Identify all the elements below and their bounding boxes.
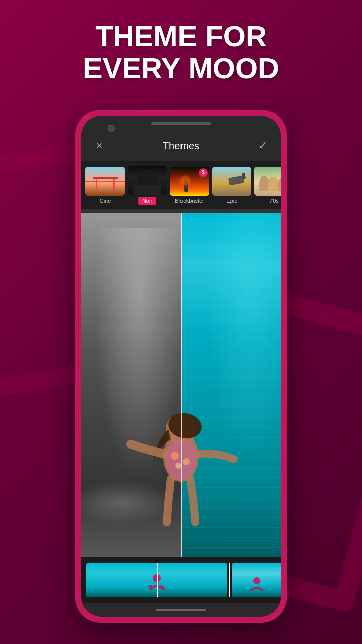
theme-blockbuster-thumb: $	[170, 167, 209, 196]
svg-point-5	[183, 458, 190, 465]
confirm-button[interactable]: ✓	[255, 139, 270, 152]
theme-noir-label: Noir	[138, 197, 156, 205]
divider	[81, 209, 281, 213]
headline-line2: EVERY MOOD	[20, 52, 342, 85]
home-indicator	[156, 609, 206, 611]
theme-cine[interactable]: Cine	[85, 167, 125, 204]
app-title: Themes	[107, 140, 255, 152]
theme-epic[interactable]: Epic	[212, 167, 251, 204]
theme-cine-thumb	[85, 167, 125, 196]
theme-70s-thumb	[254, 167, 281, 196]
phone-screen: × Themes ✓ Cine	[81, 116, 281, 617]
theme-epic-thumb	[212, 167, 251, 196]
preview-area	[81, 213, 281, 557]
svg-point-8	[253, 577, 260, 584]
playhead	[157, 563, 158, 597]
bridge-tower-right	[113, 178, 115, 191]
split-divider	[181, 213, 182, 557]
camera-dot	[108, 125, 115, 132]
headline: THEME FOR EVERY MOOD	[0, 20, 362, 85]
theme-noir-thumb	[128, 166, 167, 195]
close-button[interactable]: ×	[92, 139, 107, 152]
theme-blockbuster[interactable]: $ Blockbuster	[170, 167, 209, 204]
timeline-clip-main[interactable]	[86, 563, 227, 597]
bridge-span	[85, 181, 125, 191]
bridge-tower-left	[96, 178, 97, 191]
clip-divider	[229, 563, 230, 597]
status-bar-indicator	[151, 122, 211, 125]
premium-badge: $	[199, 168, 208, 177]
phone-frame: × Themes ✓ Cine	[75, 110, 287, 623]
timeline-area	[81, 557, 281, 603]
app-header: × Themes ✓	[81, 131, 281, 161]
themes-row: Cine Noir $ Blockbuster	[81, 161, 281, 209]
headline-line1: THEME FOR	[20, 20, 342, 52]
theme-blockbuster-label: Blockbuster	[175, 198, 204, 204]
svg-point-4	[171, 452, 179, 460]
theme-cine-label: Cine	[100, 198, 111, 204]
theme-noir[interactable]: Noir	[128, 166, 167, 205]
theme-70s[interactable]: 70s	[254, 167, 281, 204]
theme-epic-label: Epic	[226, 198, 237, 204]
phone-bottom-bar	[81, 603, 281, 617]
timeline-clip-right[interactable]	[232, 563, 281, 597]
theme-70s-label: 70s	[269, 198, 279, 204]
